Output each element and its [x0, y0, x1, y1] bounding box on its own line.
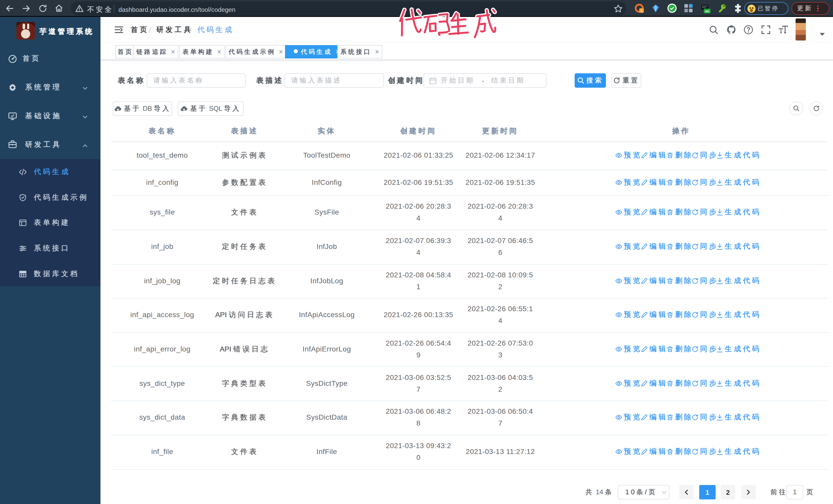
svg-text:on: on — [705, 9, 709, 13]
svg-text:1: 1 — [641, 9, 643, 13]
